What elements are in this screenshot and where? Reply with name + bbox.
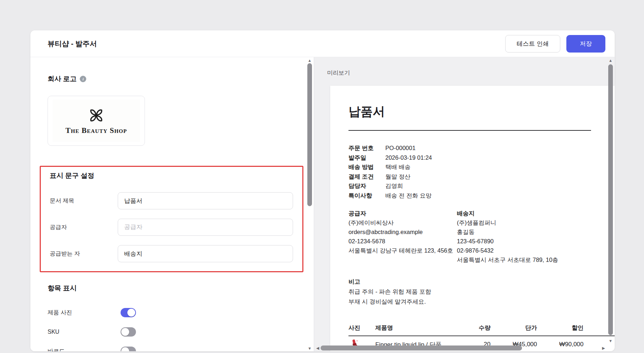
preview-label: 미리보기	[327, 69, 350, 77]
settings-scrollbar-thumb[interactable]	[307, 63, 312, 206]
title-divider	[348, 130, 591, 131]
supplier-input[interactable]	[118, 219, 293, 236]
meta-value: 월말 정산	[385, 172, 411, 182]
meta-value: 김영희	[385, 181, 403, 191]
supplier-label: 공급자	[50, 224, 67, 231]
recipient-label: 공급받는 자	[50, 250, 80, 258]
header-actions: 테스트 인쇄 저장	[505, 35, 605, 53]
supplier-line: 서울특별시 강남구 테헤란로 123, 456호	[348, 246, 457, 255]
barcode-toggle[interactable]	[121, 347, 136, 351]
meta-value: 택배 배송	[385, 162, 411, 172]
document-title-input[interactable]	[118, 192, 293, 209]
company-logo-heading: 회사 로고	[48, 74, 77, 84]
supplier-field-row: 공급자	[41, 219, 302, 236]
meta-label: 특이사항	[348, 191, 385, 200]
recipient-line: 홍길동	[457, 227, 591, 237]
item-display-heading: 항목 표시	[48, 284, 77, 293]
col-qty: 수량	[465, 324, 491, 332]
settings-scroll-up-icon[interactable]: ▲	[307, 58, 312, 63]
notes-heading: 비고	[348, 277, 615, 287]
meta-value: PO-000001	[385, 143, 415, 153]
recipient-heading: 배송지	[457, 209, 591, 218]
product-photo-toggle-row: 제품 사진	[48, 308, 173, 317]
test-print-button[interactable]: 테스트 인쇄	[505, 35, 560, 53]
preview-h-scrollbar-thumb[interactable]	[321, 345, 522, 350]
sku-toggle[interactable]	[121, 327, 136, 337]
editor-body: 회사 로고 i The Beauty Shop	[30, 57, 615, 351]
sku-label: SKU	[48, 329, 59, 335]
settings-pane: 회사 로고 i The Beauty Shop	[30, 57, 314, 351]
meta-label: 주문 번호	[348, 143, 385, 153]
document-title-label: 문서 제목	[50, 197, 74, 205]
barcode-toggle-row: 바코드	[48, 347, 173, 351]
company-logo-text: The Beauty Shop	[65, 126, 127, 135]
cell-discount: ₩90,000	[537, 341, 584, 348]
meta-label: 담당자	[348, 181, 385, 191]
preview-scroll-down-icon[interactable]: ▼	[608, 338, 613, 343]
product-photo-label: 제품 사진	[48, 309, 72, 317]
company-logo-image: The Beauty Shop	[53, 100, 140, 142]
notes-line: 취급 주의 - 파손 위험 제품 포함	[348, 287, 615, 297]
company-logo-upload[interactable]: The Beauty Shop	[48, 96, 145, 146]
flower-logo-icon	[88, 107, 105, 124]
preview-scroll-right-icon[interactable]: ▶	[601, 345, 606, 350]
sku-toggle-row: SKU	[48, 327, 173, 337]
page-title: 뷰티샵 - 발주서	[48, 39, 97, 49]
notes-line: 부재 시 경비실에 맡겨주세요.	[348, 297, 615, 307]
company-logo-heading-row: 회사 로고 i	[48, 74, 86, 84]
order-meta: 주문 번호PO-000001 발주일2026-03-19 01:24 배송 방법…	[348, 143, 615, 200]
editor-window: 뷰티샵 - 발주서 테스트 인쇄 저장 회사 로고 i	[30, 30, 615, 351]
save-button[interactable]: 저장	[566, 35, 605, 53]
meta-label: 결제 조건	[348, 172, 385, 182]
settings-scroll-down-icon[interactable]: ▼	[307, 346, 312, 351]
recipient-line: (주)샘플컴퍼니	[457, 218, 591, 227]
supplier-heading: 공급자	[348, 209, 457, 218]
supplier-line: 02-1234-5678	[348, 237, 457, 246]
display-text-heading: 표시 문구 설정	[50, 171, 94, 180]
items-table-header: 사진 제품명 수량 단가 할인	[348, 324, 615, 336]
recipient-field-row: 공급받는 자	[41, 245, 302, 262]
supplier-block: 공급자 (주)에이비씨상사 orders@abctrading.example …	[348, 209, 457, 264]
barcode-label: 바코드	[48, 348, 65, 352]
meta-label: 발주일	[348, 153, 385, 163]
preview-scroll-left-icon[interactable]: ◀	[315, 345, 320, 350]
recipient-line: 02-9876-5432	[457, 246, 591, 255]
meta-value: 배송 전 전화 요망	[385, 191, 431, 200]
recipient-input[interactable]	[118, 245, 293, 262]
recipient-line: 123-45-67890	[457, 237, 591, 246]
preview-pane: 미리보기 납품서 주문 번호PO-000001 발주일2026-03-19 01…	[314, 57, 615, 351]
notes-section: 비고 취급 주의 - 파손 위험 제품 포함 부재 시 경비실에 맡겨주세요.	[348, 277, 615, 307]
meta-value: 2026-03-19 01:24	[385, 153, 432, 163]
preview-scrollbar-thumb[interactable]	[608, 64, 613, 335]
supplier-line: (주)에이비씨상사	[348, 218, 457, 227]
display-text-settings-highlight: 표시 문구 설정 문서 제목 공급자 공급받는 자	[40, 166, 303, 272]
col-photo: 사진	[348, 324, 375, 332]
supplier-line: orders@abctrading.example	[348, 227, 457, 237]
preview-scroll-up-icon[interactable]: ▲	[608, 58, 613, 63]
parties-section: 공급자 (주)에이비씨상사 orders@abctrading.example …	[348, 209, 615, 264]
document-title-field-row: 문서 제목	[41, 192, 302, 209]
col-unit-price: 단가	[491, 324, 537, 332]
document-title: 납품서	[348, 104, 615, 119]
preview-document: 납품서 주문 번호PO-000001 발주일2026-03-19 01:24 배…	[330, 86, 615, 351]
col-product-name: 제품명	[375, 324, 465, 332]
recipient-block: 배송지 (주)샘플컴퍼니 홍길동 123-45-67890 02-9876-54…	[457, 209, 591, 264]
info-icon[interactable]: i	[80, 76, 86, 82]
recipient-line: 서울특별시 서초구 서초대로 789, 10층	[457, 255, 591, 264]
col-discount: 할인	[537, 324, 584, 332]
window-header: 뷰티샵 - 발주서 테스트 인쇄 저장	[30, 30, 615, 57]
meta-label: 배송 방법	[348, 162, 385, 172]
product-photo-toggle[interactable]	[121, 308, 136, 317]
